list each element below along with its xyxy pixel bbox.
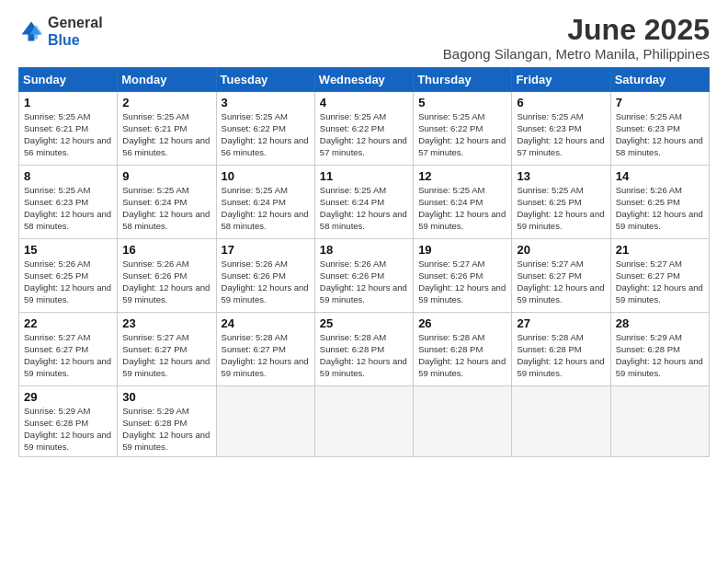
day-number: 17 [222, 243, 310, 257]
col-sunday: Sunday [19, 68, 118, 92]
day-info: Sunrise: 5:25 AMSunset: 6:22 PMDaylight:… [222, 111, 310, 158]
day-number: 2 [122, 96, 210, 109]
day-number: 27 [517, 316, 605, 330]
calendar-table: Sunday Monday Tuesday Wednesday Thursday… [18, 67, 710, 457]
table-row: 12 Sunrise: 5:25 AMSunset: 6:24 PMDaylig… [414, 166, 512, 239]
day-info: Sunrise: 5:28 AMSunset: 6:28 PMDaylight:… [418, 332, 506, 379]
table-row: 16 Sunrise: 5:26 AMSunset: 6:26 PMDaylig… [118, 239, 216, 313]
table-row: 7 Sunrise: 5:25 AMSunset: 6:23 PMDayligh… [610, 92, 709, 166]
day-number: 26 [418, 316, 506, 330]
col-tuesday: Tuesday [216, 68, 314, 92]
table-row: 18 Sunrise: 5:26 AMSunset: 6:26 PMDaylig… [314, 239, 413, 313]
day-info: Sunrise: 5:27 AMSunset: 6:27 PMDaylight:… [122, 332, 210, 379]
day-number: 7 [616, 96, 704, 109]
table-row: 6 Sunrise: 5:25 AMSunset: 6:23 PMDayligh… [512, 92, 610, 166]
day-info: Sunrise: 5:26 AMSunset: 6:25 PMDaylight:… [616, 185, 704, 232]
table-row: 1 Sunrise: 5:25 AMSunset: 6:21 PMDayligh… [19, 92, 118, 166]
table-row: 25 Sunrise: 5:28 AMSunset: 6:28 PMDaylig… [314, 313, 413, 386]
day-info: Sunrise: 5:27 AMSunset: 6:27 PMDaylight:… [517, 259, 605, 305]
day-number: 16 [122, 243, 210, 257]
day-number: 21 [616, 243, 704, 257]
day-info: Sunrise: 5:29 AMSunset: 6:28 PMDaylight:… [24, 406, 112, 453]
day-info: Sunrise: 5:26 AMSunset: 6:26 PMDaylight:… [222, 259, 310, 305]
day-info: Sunrise: 5:27 AMSunset: 6:27 PMDaylight:… [24, 332, 112, 379]
table-row: 5 Sunrise: 5:25 AMSunset: 6:22 PMDayligh… [414, 92, 512, 166]
day-info: Sunrise: 5:28 AMSunset: 6:28 PMDaylight:… [320, 332, 408, 379]
day-number: 28 [616, 316, 704, 330]
day-info: Sunrise: 5:27 AMSunset: 6:26 PMDaylight:… [418, 259, 506, 305]
day-info: Sunrise: 5:27 AMSunset: 6:27 PMDaylight:… [616, 259, 704, 305]
table-row: 3 Sunrise: 5:25 AMSunset: 6:22 PMDayligh… [216, 92, 314, 166]
calendar-header-row: Sunday Monday Tuesday Wednesday Thursday… [19, 68, 710, 92]
table-row: 4 Sunrise: 5:25 AMSunset: 6:22 PMDayligh… [314, 92, 413, 166]
logo: General Blue [18, 14, 103, 49]
col-friday: Friday [512, 68, 610, 92]
day-info: Sunrise: 5:26 AMSunset: 6:26 PMDaylight:… [122, 259, 210, 305]
page: General Blue June 2025 Bagong Silangan, … [0, 0, 728, 563]
col-monday: Monday [118, 68, 216, 92]
table-row: 11 Sunrise: 5:25 AMSunset: 6:24 PMDaylig… [314, 166, 413, 239]
day-number: 8 [24, 169, 112, 183]
day-info: Sunrise: 5:25 AMSunset: 6:23 PMDaylight:… [24, 185, 112, 232]
day-info: Sunrise: 5:25 AMSunset: 6:22 PMDaylight:… [418, 111, 506, 158]
day-number: 15 [24, 243, 112, 257]
table-row: 19 Sunrise: 5:27 AMSunset: 6:26 PMDaylig… [414, 239, 512, 313]
day-info: Sunrise: 5:25 AMSunset: 6:22 PMDaylight:… [320, 111, 408, 158]
table-row: 28 Sunrise: 5:29 AMSunset: 6:28 PMDaylig… [610, 313, 709, 386]
table-row: 30 Sunrise: 5:29 AMSunset: 6:28 PMDaylig… [118, 386, 216, 457]
logo-general: General [48, 15, 103, 30]
day-number: 11 [320, 169, 408, 183]
day-info: Sunrise: 5:25 AMSunset: 6:24 PMDaylight:… [222, 185, 310, 232]
header: General Blue June 2025 Bagong Silangan, … [18, 14, 710, 62]
table-row: 2 Sunrise: 5:25 AMSunset: 6:21 PMDayligh… [118, 92, 216, 166]
day-number: 20 [517, 243, 605, 257]
col-thursday: Thursday [414, 68, 512, 92]
logo-text: General Blue [48, 14, 103, 49]
day-info: Sunrise: 5:25 AMSunset: 6:25 PMDaylight:… [517, 185, 605, 232]
month-title: June 2025 [443, 14, 710, 46]
table-row: 15 Sunrise: 5:26 AMSunset: 6:25 PMDaylig… [19, 239, 118, 313]
table-row: 26 Sunrise: 5:28 AMSunset: 6:28 PMDaylig… [414, 313, 512, 386]
day-number: 24 [222, 316, 310, 330]
col-wednesday: Wednesday [314, 68, 413, 92]
day-info: Sunrise: 5:26 AMSunset: 6:26 PMDaylight:… [320, 259, 408, 305]
table-row: 22 Sunrise: 5:27 AMSunset: 6:27 PMDaylig… [19, 313, 118, 386]
day-number: 18 [320, 243, 408, 257]
day-info: Sunrise: 5:29 AMSunset: 6:28 PMDaylight:… [122, 406, 210, 453]
day-number: 5 [418, 96, 506, 109]
title-block: June 2025 Bagong Silangan, Metro Manila,… [443, 14, 710, 62]
day-number: 1 [24, 96, 112, 109]
day-info: Sunrise: 5:25 AMSunset: 6:24 PMDaylight:… [122, 185, 210, 232]
day-info: Sunrise: 5:25 AMSunset: 6:24 PMDaylight:… [320, 185, 408, 232]
day-info: Sunrise: 5:26 AMSunset: 6:25 PMDaylight:… [24, 259, 112, 305]
day-number: 29 [24, 390, 112, 404]
day-number: 19 [418, 243, 506, 257]
table-row: 23 Sunrise: 5:27 AMSunset: 6:27 PMDaylig… [118, 313, 216, 386]
day-info: Sunrise: 5:25 AMSunset: 6:24 PMDaylight:… [418, 185, 506, 232]
day-number: 10 [222, 169, 310, 183]
day-number: 13 [517, 169, 605, 183]
day-info: Sunrise: 5:25 AMSunset: 6:21 PMDaylight:… [24, 111, 112, 158]
day-number: 3 [222, 96, 310, 109]
table-row: 10 Sunrise: 5:25 AMSunset: 6:24 PMDaylig… [216, 166, 314, 239]
day-number: 4 [320, 96, 408, 109]
day-info: Sunrise: 5:25 AMSunset: 6:23 PMDaylight:… [517, 111, 605, 158]
table-row: 29 Sunrise: 5:29 AMSunset: 6:28 PMDaylig… [19, 386, 118, 457]
day-info: Sunrise: 5:25 AMSunset: 6:21 PMDaylight:… [122, 111, 210, 158]
day-info: Sunrise: 5:29 AMSunset: 6:28 PMDaylight:… [616, 332, 704, 379]
table-row: 13 Sunrise: 5:25 AMSunset: 6:25 PMDaylig… [512, 166, 610, 239]
day-number: 30 [122, 390, 210, 404]
day-number: 14 [616, 169, 704, 183]
day-number: 6 [517, 96, 605, 109]
table-row: 27 Sunrise: 5:28 AMSunset: 6:28 PMDaylig… [512, 313, 610, 386]
table-row: 14 Sunrise: 5:26 AMSunset: 6:25 PMDaylig… [610, 166, 709, 239]
day-number: 12 [418, 169, 506, 183]
day-number: 9 [122, 169, 210, 183]
table-row: 9 Sunrise: 5:25 AMSunset: 6:24 PMDayligh… [118, 166, 216, 239]
table-row: 8 Sunrise: 5:25 AMSunset: 6:23 PMDayligh… [19, 166, 118, 239]
day-number: 22 [24, 316, 112, 330]
table-row: 21 Sunrise: 5:27 AMSunset: 6:27 PMDaylig… [610, 239, 709, 313]
logo-blue: Blue [48, 32, 80, 48]
day-number: 25 [320, 316, 408, 330]
col-saturday: Saturday [610, 68, 709, 92]
